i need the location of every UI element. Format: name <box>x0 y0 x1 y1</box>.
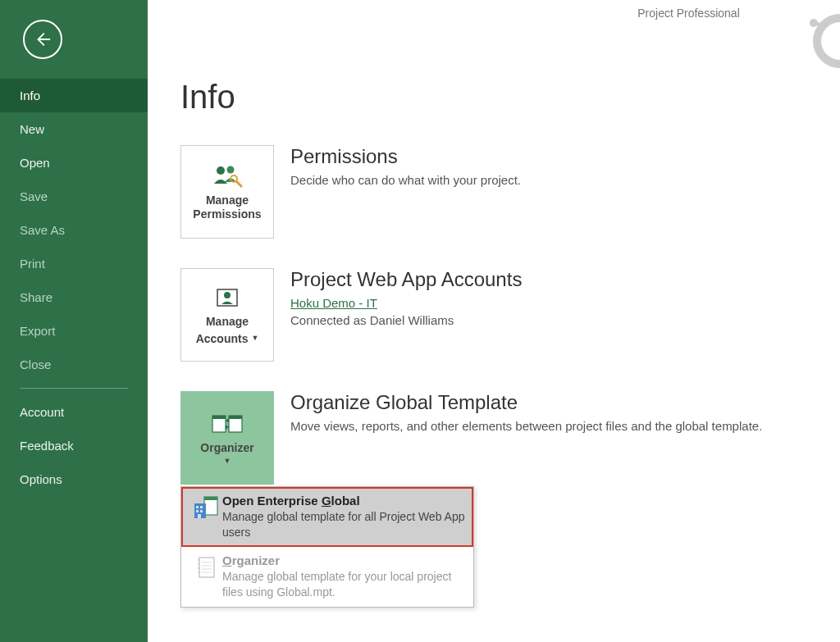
sidebar-item-new[interactable]: New <box>0 112 148 146</box>
back-button[interactable] <box>23 20 62 59</box>
contact-card-icon <box>215 284 240 312</box>
svg-point-4 <box>227 166 235 174</box>
svg-rect-19 <box>200 510 203 512</box>
menu-item-organizer[interactable]: Organizer Manage global template for you… <box>181 547 473 607</box>
permissions-body: Decide who can do what with your project… <box>290 173 521 187</box>
organizer-dropdown: Open Enterprise Global Manage global tem… <box>180 486 474 608</box>
tile-label-line1: Manage <box>206 315 249 329</box>
organizer-icon <box>211 410 244 438</box>
section-permissions: Manage Permissions Permissions Decide wh… <box>180 145 840 239</box>
section-organize: Organizer ▼ Organize Global Template Mov… <box>180 391 840 485</box>
manage-permissions-button[interactable]: Manage Permissions <box>180 145 274 239</box>
svg-point-8 <box>224 292 231 298</box>
svg-rect-21 <box>199 558 214 577</box>
backstage-sidebar: Info New Open Save Save As Print Share E… <box>0 0 148 642</box>
sidebar-item-save[interactable]: Save <box>0 180 148 213</box>
sidebar-item-open[interactable]: Open <box>0 146 148 180</box>
organize-heading: Organize Global Template <box>290 391 762 414</box>
tile-label-line2: Permissions <box>193 207 261 221</box>
sidebar-separator <box>20 388 128 389</box>
tile-label-line1: Manage <box>193 194 261 207</box>
page-title: Info <box>180 79 840 116</box>
people-key-icon <box>211 162 244 190</box>
manage-accounts-button[interactable]: Manage Accounts ▼ <box>180 268 274 362</box>
sidebar-item-info[interactable]: Info <box>0 79 148 112</box>
menu-item-open-enterprise-global[interactable]: Open Enterprise Global Manage global tem… <box>181 487 473 547</box>
accounts-heading: Project Web App Accounts <box>290 268 522 291</box>
menu-item-title: Organizer <box>222 553 465 567</box>
organize-body: Move views, reports, and other elements … <box>290 419 762 433</box>
svg-line-6 <box>236 181 242 187</box>
sidebar-item-print[interactable]: Print <box>0 247 148 280</box>
organizer-button[interactable]: Organizer ▼ <box>180 391 274 485</box>
sidebar-item-close[interactable]: Close <box>0 348 148 381</box>
arrow-left-icon <box>34 30 52 48</box>
sidebar-item-account[interactable]: Account <box>0 395 148 429</box>
notebook-icon <box>189 553 222 580</box>
menu-item-desc: Manage global template for all Project W… <box>222 509 465 540</box>
svg-rect-10 <box>212 416 226 419</box>
sidebar-item-save-as[interactable]: Save As <box>0 213 148 247</box>
sidebar-item-feedback[interactable]: Feedback <box>0 429 148 462</box>
dropdown-caret-icon: ▼ <box>251 334 258 343</box>
svg-point-3 <box>217 166 225 175</box>
accounts-body: Connected as Daniel Williams <box>290 313 522 327</box>
enterprise-global-icon <box>189 494 222 520</box>
accounts-link[interactable]: Hoku Demo - IT <box>290 296 377 310</box>
tile-label: Organizer <box>200 441 253 455</box>
corner-graphic <box>807 8 840 74</box>
svg-rect-16 <box>196 506 199 508</box>
menu-item-title: Open Enterprise Global <box>222 494 465 508</box>
tile-label-line2: Accounts <box>196 332 249 346</box>
svg-rect-18 <box>196 510 199 512</box>
app-title: Project Professional <box>148 7 840 20</box>
sidebar-item-options[interactable]: Options <box>0 462 148 496</box>
menu-item-desc: Manage global template for your local pr… <box>222 569 465 600</box>
svg-rect-17 <box>200 506 203 508</box>
svg-rect-12 <box>229 416 242 419</box>
sidebar-item-share[interactable]: Share <box>0 280 148 314</box>
sidebar-item-export[interactable]: Export <box>0 314 148 348</box>
section-accounts: Manage Accounts ▼ Project Web App Accoun… <box>180 268 840 362</box>
svg-rect-14 <box>204 497 217 500</box>
permissions-heading: Permissions <box>290 145 521 168</box>
dropdown-caret-icon: ▼ <box>224 457 231 466</box>
svg-rect-20 <box>198 514 201 518</box>
